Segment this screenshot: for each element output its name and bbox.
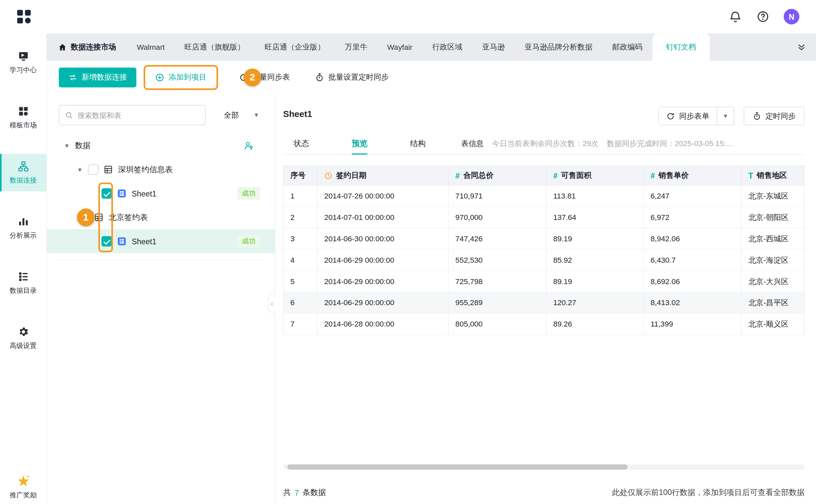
plus-circle-icon (155, 73, 165, 82)
tab-admin-regions[interactable]: 行政区域 (422, 33, 472, 61)
date-clock-icon (324, 171, 332, 180)
sidebar-item-analysis-display[interactable]: 分析展示 (0, 209, 46, 247)
table-cell: 北京-海淀区 (741, 250, 804, 270)
table-cell: 北京-顺义区 (741, 313, 804, 334)
sheet-title: Sheet1 (283, 109, 312, 120)
collapse-tabs-button[interactable] (787, 33, 816, 61)
data-catalog-icon (17, 271, 29, 282)
tab-wayfair[interactable]: Wayfair (377, 33, 422, 61)
table-row: 62014-06-29 00:00:00955,289120.278,413.0… (284, 292, 804, 314)
authorization-user-icon[interactable] (243, 140, 254, 151)
tab-label: 预览 (352, 139, 368, 149)
tree-node-sheet1-beijing[interactable]: Sheet1 成功 (47, 229, 275, 253)
table-cell: 5 (284, 271, 317, 292)
tab-label: 邮政编码 (612, 42, 642, 52)
horizontal-scrollbar[interactable] (283, 465, 805, 470)
sidebar-item-label: 模板市场 (10, 120, 37, 130)
batch-schedule-sync-button[interactable]: 批量设置定时同步 (315, 72, 389, 82)
tab-label: 旺店通（企业版） (265, 42, 325, 52)
tab-preview[interactable]: 预览 (352, 133, 368, 155)
table-preview-panel: ‹ Sheet1 同步表单 ▼ 定时同步 状态 (275, 94, 816, 504)
data-tree-panel: 全部 ▼ ▼ 数据 ▼ 深圳签约信息表 (47, 94, 275, 504)
sidebar-item-advanced-settings[interactable]: 高级设置 (0, 319, 46, 357)
caret-down-icon[interactable]: ▼ (77, 167, 83, 172)
tree-node-label: 数据 (75, 141, 91, 151)
table-footer: 共 7 条数据 此处仅展示前100行数据，添加到项目后可查看全部数据 (283, 488, 805, 498)
tab-postal-code[interactable]: 邮政编码 (602, 33, 652, 61)
stopwatch-icon (752, 112, 761, 120)
tab-amazon[interactable]: 亚马逊 (472, 33, 515, 61)
tree-node-sheet1-shenzhen[interactable]: Sheet1 成功 (47, 181, 275, 206)
sidebar-item-learning-center[interactable]: 学习中心 (0, 44, 46, 81)
sidebar-item-label: 学习中心 (10, 65, 37, 75)
tab-data-connection-market[interactable]: 数据连接市场 (47, 33, 127, 61)
tab-walmart[interactable]: Walmart (127, 33, 175, 61)
table-cell: 113.81 (546, 186, 644, 207)
caret-down-icon[interactable]: ▼ (64, 143, 70, 148)
tab-status[interactable]: 状态 (294, 133, 309, 155)
table-cell: 710,971 (448, 186, 546, 207)
tab-wanliniu[interactable]: 万里牛 (335, 33, 377, 61)
column-header-contract-total[interactable]: # 合同总价 (448, 166, 546, 185)
table-cell: 北京-大兴区 (741, 271, 804, 292)
tree-node-shenzhen-table[interactable]: ▼ 深圳签约信息表 (47, 158, 275, 182)
sidebar-item-template-market[interactable]: 模板市场 (0, 99, 46, 136)
sidebar-item-data-catalog[interactable]: 数据目录 (0, 264, 46, 302)
sidebar-item-data-connection[interactable]: 数据连接 (0, 154, 46, 192)
tree-node-data-root[interactable]: ▼ 数据 (47, 134, 275, 158)
tab-label: 亚马逊 (482, 42, 505, 52)
app-logo-icon[interactable] (17, 9, 31, 24)
table-row: 12014-07-26 00:00:00710,971113.816,247北京… (284, 186, 804, 207)
template-market-icon (17, 105, 29, 117)
promo-star-icon (16, 474, 30, 488)
notification-bell-icon[interactable] (729, 10, 742, 23)
table-row: 72014-06-28 00:00:00805,00089.2611,399北京… (284, 313, 804, 335)
button-label: 批量设置定时同步 (328, 72, 389, 82)
collapse-panel-handle[interactable]: ‹ (268, 294, 275, 312)
add-to-project-button[interactable]: 添加到项目 (146, 68, 216, 87)
tab-wangdiantong-enterprise[interactable]: 旺店通（企业版） (255, 33, 335, 61)
sync-form-dropdown-button[interactable]: ▼ (717, 107, 734, 125)
filter-dropdown[interactable]: 全部 ▼ (224, 110, 259, 120)
timed-sync-button[interactable]: 定时同步 (744, 107, 805, 125)
new-data-connection-button[interactable]: 新增数据连接 (59, 68, 136, 87)
learning-center-icon (17, 50, 29, 61)
scrollbar-thumb[interactable] (287, 465, 628, 470)
tree-node-label: Sheet1 (132, 189, 157, 198)
table-info-label[interactable]: 表信息 (461, 139, 484, 149)
shenzhen-table-checkbox[interactable] (88, 164, 98, 175)
tab-amazon-brand-analytics[interactable]: 亚马逊品牌分析数据 (515, 33, 602, 61)
sidebar-item-promo-rewards[interactable]: 推广奖励 (0, 474, 46, 500)
tree-divider (57, 260, 264, 260)
tab-structure[interactable]: 结构 (410, 133, 426, 155)
table-cell: 2014-06-29 00:00:00 (317, 271, 448, 292)
sheet-icon (117, 189, 126, 198)
search-input[interactable] (78, 111, 200, 119)
table-cell: 805,000 (448, 313, 546, 334)
sheet1-checkbox[interactable] (101, 188, 112, 199)
sheet2-checkbox[interactable] (101, 236, 112, 246)
column-header-sign-date[interactable]: 签约日期 (317, 166, 448, 185)
column-header-sellable-area[interactable]: # 可售面积 (546, 166, 644, 185)
sync-form-button[interactable]: 同步表单 (658, 107, 717, 125)
search-filter-row: 全部 ▼ (47, 105, 275, 125)
tab-wangdiantong-flagship[interactable]: 旺店通（旗舰版） (175, 33, 255, 61)
button-label: 新增数据连接 (82, 72, 127, 82)
data-tree: ▼ 数据 ▼ 深圳签约信息表 Sheet1 成功 (47, 134, 275, 260)
table-header-row: 序号 签约日期 # 合同总价 # 可售面积 # (284, 166, 804, 185)
topbar-actions: N (729, 9, 800, 24)
tree-node-label: Sheet1 (132, 237, 157, 246)
table-cell: 85.92 (546, 250, 644, 270)
column-header-index[interactable]: 序号 (284, 166, 317, 185)
tree-node-label: 深圳签约信息表 (118, 165, 173, 175)
tab-dingtalk-docs[interactable]: 钉钉文档 (652, 33, 710, 61)
table-cell: 6,247 (644, 186, 742, 207)
help-icon[interactable] (756, 10, 770, 23)
table-cell: 970,000 (448, 207, 546, 228)
column-header-sales-region[interactable]: T 销售地区 (741, 166, 804, 185)
table-cell: 89.26 (546, 313, 644, 334)
column-header-unit-price[interactable]: # 销售单价 (644, 166, 742, 185)
search-box (59, 105, 206, 125)
text-type-icon: T (748, 171, 753, 180)
user-avatar[interactable]: N (784, 9, 800, 24)
